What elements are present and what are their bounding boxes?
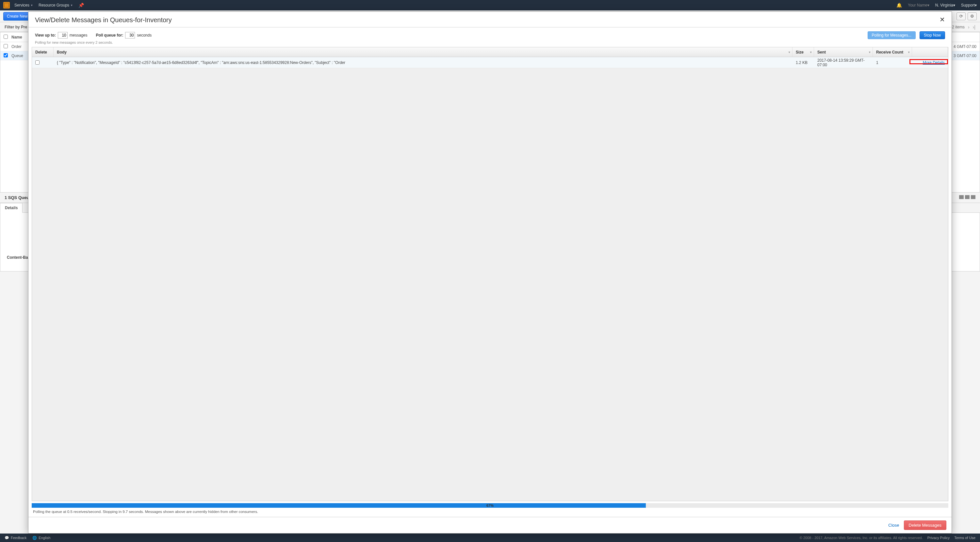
nav-region-label: N. Virginia [935, 3, 953, 8]
nav-resource-groups-label: Resource Groups [38, 3, 69, 8]
nav-region[interactable]: N. Virginia ▾ [935, 3, 955, 8]
top-nav: Services ▾ Resource Groups ▾ 📌 🔔 Your Na… [0, 0, 980, 10]
notifications-bell[interactable]: 🔔 [896, 3, 902, 8]
nav-resource-groups[interactable]: Resource Groups ▾ [38, 3, 73, 8]
bell-icon: 🔔 [896, 3, 902, 8]
nav-support-label: Support [961, 3, 975, 8]
caret-down-icon: ▾ [953, 3, 955, 8]
pin-icon[interactable]: 📌 [78, 3, 84, 8]
nav-services[interactable]: Services ▾ [14, 3, 33, 8]
caret-down-icon: ▾ [975, 3, 977, 8]
nav-user-label: Your Name [908, 3, 928, 8]
caret-down-icon: ▾ [31, 3, 33, 7]
caret-down-icon: ▾ [71, 3, 73, 7]
nav-support[interactable]: Support ▾ [961, 3, 977, 8]
aws-logo-icon[interactable] [3, 2, 10, 8]
nav-services-label: Services [14, 3, 29, 8]
caret-down-icon: ▾ [928, 3, 929, 8]
nav-user[interactable]: Your Name ▾ [908, 3, 929, 8]
